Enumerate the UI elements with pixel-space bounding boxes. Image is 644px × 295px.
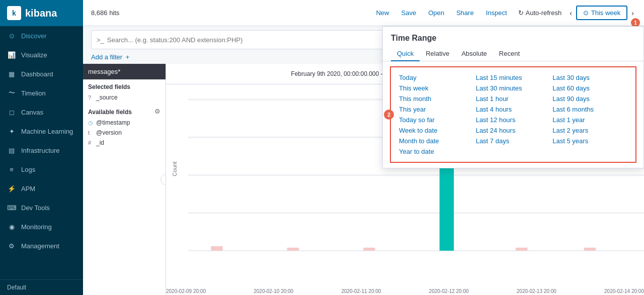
sidebar-item-label: Dashboard — [21, 70, 53, 78]
index-pattern-label: messages* — [88, 68, 120, 75]
svg-rect-15 — [584, 248, 596, 251]
quick-option-last-60d[interactable]: Last 60 days — [551, 83, 628, 93]
sidebar-item-dev-tools[interactable]: ⌨ Dev Tools — [0, 198, 83, 217]
logo[interactable]: k kibana — [0, 0, 83, 26]
gear-icon: ⚙ — [7, 241, 16, 250]
svg-rect-14 — [516, 248, 527, 251]
add-filter-plus-icon: + — [126, 53, 130, 61]
sidebar-item-canvas[interactable]: ◻ Canvas — [0, 103, 83, 122]
auto-refresh-button[interactable]: ↻ Auto-refresh — [514, 6, 566, 20]
activity-icon: ⚡ — [7, 184, 16, 193]
tab-quick[interactable]: Quick — [391, 47, 420, 61]
sidebar: k kibana ⊙ Discover 📊 Visualize ▦ Dashbo… — [0, 0, 83, 295]
share-button[interactable]: Share — [451, 6, 479, 20]
field-type-icon: t — [88, 130, 93, 136]
selected-fields-title: Selected fields — [83, 79, 166, 92]
sidebar-item-label: Logs — [21, 166, 35, 173]
sidebar-item-machine-learning[interactable]: ✦ Machine Learning — [0, 122, 83, 141]
sidebar-item-label: Monitoring — [21, 223, 52, 231]
y-axis-label: Count — [172, 161, 178, 176]
sidebar-item-label: Machine Learning — [21, 128, 73, 135]
x-label-1: 2020-02-09 20:00 — [166, 288, 206, 294]
inspect-button[interactable]: Inspect — [481, 6, 512, 20]
auto-refresh-label: Auto-refresh — [526, 9, 562, 17]
search-prompt: >_ — [97, 36, 104, 44]
sidebar-item-label: Timelion — [21, 89, 46, 97]
quick-option-last-30m[interactable]: Last 30 minutes — [475, 83, 552, 93]
server-icon: ▤ — [7, 146, 16, 155]
sidebar-item-apm[interactable]: ⚡ APM — [0, 179, 83, 198]
new-button[interactable]: New — [371, 6, 394, 20]
save-button[interactable]: Save — [396, 6, 422, 20]
sidebar-item-management[interactable]: ⚙ Management — [0, 236, 83, 255]
sidebar-item-timelion[interactable]: 〜 Timelion — [0, 83, 83, 103]
time-range-tabs: Quick Relative Absolute Recent — [383, 43, 643, 61]
time-range-popup: Time Range Quick Relative Absolute Recen… — [382, 26, 644, 168]
open-button[interactable]: Open — [423, 6, 449, 20]
step-badge-2: 2 — [384, 110, 394, 120]
sidebar-item-label: Canvas — [21, 109, 43, 116]
quick-option-last-90d[interactable]: Last 90 days — [551, 93, 628, 104]
quick-option-week-to-date[interactable]: Week to date — [398, 125, 475, 136]
logo-mark: k — [7, 6, 21, 20]
quick-option-last-5y[interactable]: Last 5 years — [551, 136, 628, 146]
quick-option-last-1h[interactable]: Last 1 hour — [475, 93, 552, 104]
quick-option-this-month[interactable]: This month — [398, 93, 475, 104]
quick-option-today-so-far[interactable]: Today so far — [398, 115, 475, 125]
sidebar-item-label: Dev Tools — [21, 204, 50, 212]
quick-option-last-12h[interactable]: Last 12 hours — [475, 115, 552, 125]
add-filter-label: Add a filter — [91, 53, 122, 61]
sidebar-item-label: APM — [21, 185, 35, 192]
field-type-icon: ◷ — [88, 120, 93, 126]
quick-option-year-to-date[interactable]: Year to date — [398, 146, 475, 157]
toolbar-actions: New Save Open Share Inspect ↻ Auto-refre… — [371, 6, 636, 20]
tab-relative[interactable]: Relative — [420, 47, 455, 61]
field-item-source[interactable]: ? _source — [83, 92, 166, 103]
field-item-id[interactable]: # _id — [83, 138, 166, 148]
refresh-icon: ↻ — [518, 9, 524, 17]
sidebar-item-logs[interactable]: ≡ Logs — [0, 160, 83, 179]
field-name: @timestamp — [96, 119, 130, 126]
panel-collapse-button[interactable]: › — [160, 174, 166, 185]
x-label-4: 2020-02-12 20:00 — [429, 288, 469, 294]
svg-rect-10 — [211, 246, 222, 251]
add-filter-button[interactable]: Add a filter + — [91, 53, 129, 61]
quick-option-last-30d[interactable]: Last 30 days — [551, 72, 628, 83]
field-type-icon: ? — [88, 94, 93, 101]
quick-option-last-2y[interactable]: Last 2 years — [551, 125, 628, 136]
sparkle-icon: ✦ — [7, 127, 16, 136]
field-name: @version — [96, 129, 122, 136]
sidebar-item-dashboard[interactable]: ▦ Dashboard — [0, 64, 83, 83]
quick-option-last-7d[interactable]: Last 7 days — [475, 136, 552, 146]
this-week-label: This week — [591, 9, 621, 17]
sidebar-item-monitoring[interactable]: ◉ Monitoring — [0, 217, 83, 236]
quick-option-last-4h[interactable]: Last 4 hours — [475, 104, 552, 115]
quick-option-this-week[interactable]: This week — [398, 83, 475, 93]
toolbar: 8,686 hits New Save Open Share Inspect ↻… — [83, 0, 644, 26]
tab-recent[interactable]: Recent — [493, 47, 526, 61]
compass-icon: ⊙ — [7, 31, 16, 40]
sidebar-item-visualize[interactable]: 📊 Visualize — [0, 45, 83, 64]
list-icon: ≡ — [7, 165, 16, 174]
available-fields-gear-icon[interactable]: ⚙ — [154, 108, 160, 115]
quick-option-this-year[interactable]: This year — [398, 104, 475, 115]
quick-option-last-15m[interactable]: Last 15 minutes — [475, 72, 552, 83]
quick-option-last-24h[interactable]: Last 24 hours — [475, 125, 552, 136]
field-item-timestamp[interactable]: ◷ @timestamp — [83, 118, 166, 128]
tab-absolute[interactable]: Absolute — [455, 47, 493, 61]
sidebar-default[interactable]: Default — [0, 279, 83, 295]
sidebar-item-infrastructure[interactable]: ▤ Infrastructure — [0, 141, 83, 160]
grid-icon: ▦ — [7, 69, 16, 78]
quick-option-last-1y[interactable]: Last 1 year — [551, 115, 628, 125]
sidebar-item-discover[interactable]: ⊙ Discover — [0, 26, 83, 45]
this-week-button[interactable]: ⊙ This week — [576, 6, 628, 20]
quick-option-today[interactable]: Today — [398, 72, 475, 83]
quick-options: 2 Today This week This month This year T… — [390, 66, 636, 163]
quick-option-last-6mo[interactable]: Last 6 months — [551, 104, 628, 115]
x-axis-labels: 2020-02-09 20:00 2020-02-10 20:00 2020-0… — [166, 287, 644, 294]
prev-chevron-button[interactable]: ‹ — [568, 6, 574, 20]
quick-option-month-to-date[interactable]: Month to date — [398, 136, 475, 146]
svg-rect-11 — [287, 248, 299, 251]
wave-icon: 〜 — [7, 88, 16, 97]
field-item-version[interactable]: t @version — [83, 128, 166, 138]
